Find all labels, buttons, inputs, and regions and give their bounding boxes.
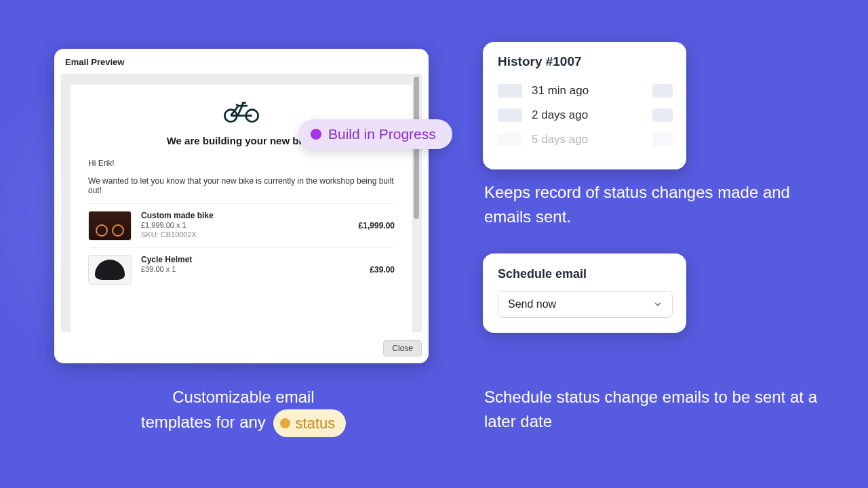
placeholder-block: [498, 133, 522, 146]
schedule-title: Schedule email: [498, 267, 673, 281]
status-dot-icon: [280, 418, 290, 428]
email-preview-card: Email Preview We are building your new b…: [54, 49, 429, 363]
history-card: History #1007 31 min ago 2 days ago 5 da…: [483, 42, 686, 169]
history-row: 31 min ago: [498, 79, 673, 103]
status-dot-icon: [311, 129, 321, 140]
email-preview-title: Email Preview: [54, 49, 429, 71]
chevron-down-icon: [653, 300, 663, 309]
item-sku: SKU: CB10002X: [141, 230, 349, 239]
email-body-line: We wanted to let you know that your new …: [88, 176, 395, 195]
history-row: 2 days ago: [498, 103, 673, 127]
caption-line: Customizable email: [172, 388, 314, 406]
status-chip-label: status: [296, 412, 336, 434]
status-pill-label: Build in Progress: [328, 126, 436, 142]
placeholder-block: [652, 133, 673, 146]
status-pill-build-in-progress: Build in Progress: [298, 119, 452, 149]
email-preview-footer: Close: [54, 335, 429, 363]
placeholder-block: [498, 108, 522, 122]
order-item: Custom made bike £1,999.00 x 1 SKU: CB10…: [88, 203, 395, 247]
status-chip: status: [273, 409, 347, 437]
history-time: 31 min ago: [532, 84, 643, 98]
caption-line: templates for any: [141, 413, 266, 431]
close-button[interactable]: Close: [383, 340, 422, 357]
history-title: History #1007: [498, 54, 673, 69]
item-price: £1,999.00: [359, 221, 395, 230]
caption-schedule: Schedule status change emails to be sent…: [484, 385, 823, 434]
placeholder-block: [652, 84, 673, 98]
history-time: 5 days ago: [532, 133, 643, 146]
caption-history: Keeps record of status changes made and …: [484, 180, 823, 229]
item-name: Custom made bike: [141, 211, 349, 220]
item-meta: £39.00 x 1: [141, 264, 360, 274]
item-name: Cycle Helmet: [141, 255, 360, 264]
order-item: Cycle Helmet £39.00 x 1 £39.00: [88, 247, 395, 291]
history-row: 5 days ago: [498, 127, 673, 152]
history-time: 2 days ago: [532, 108, 643, 122]
schedule-select[interactable]: Send now: [498, 291, 673, 318]
schedule-select-value: Send now: [508, 298, 556, 310]
item-price: £39.00: [370, 265, 395, 274]
product-thumbnail: [88, 211, 132, 241]
placeholder-block: [498, 84, 522, 98]
email-preview-body: We are building your new bike! Hi Erik! …: [61, 74, 422, 332]
item-meta: £1,999.00 x 1: [141, 220, 349, 230]
email-greeting: Hi Erik!: [88, 159, 395, 168]
placeholder-block: [652, 108, 673, 122]
caption-email-templates: Customizable email templates for any sta…: [84, 385, 403, 437]
product-thumbnail: [88, 255, 132, 285]
schedule-email-card: Schedule email Send now: [483, 253, 686, 333]
